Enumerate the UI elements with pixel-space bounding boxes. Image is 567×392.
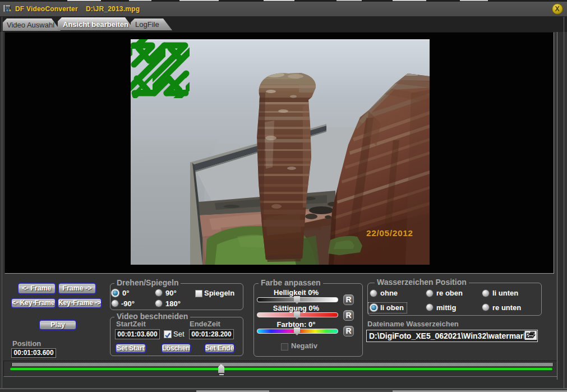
svg-text:22/05/2012: 22/05/2012 <box>366 228 413 238</box>
